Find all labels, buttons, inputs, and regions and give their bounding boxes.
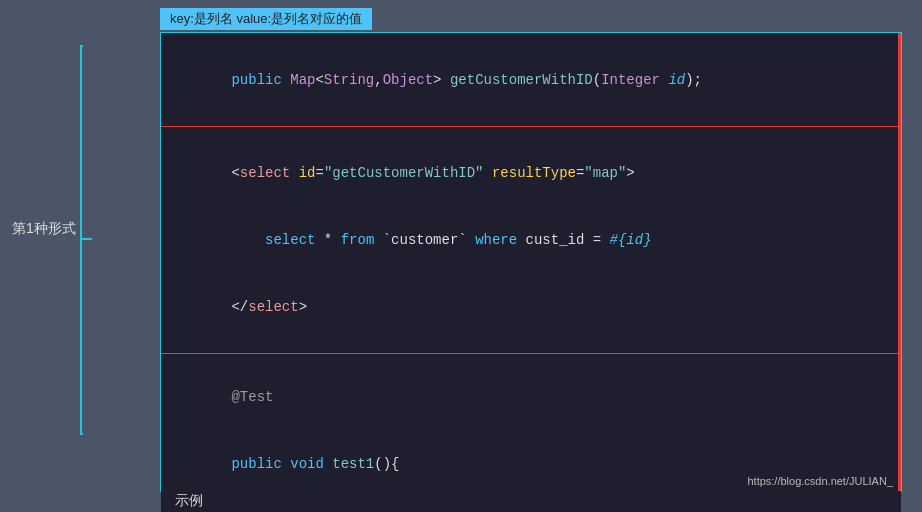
xml-backtick1: ` bbox=[374, 232, 391, 248]
right-border-accent bbox=[898, 33, 901, 491]
paren-close: ); bbox=[685, 72, 702, 88]
bottom-label: 示例 bbox=[175, 492, 203, 510]
annotation-test: @Test bbox=[231, 389, 273, 405]
section-test: @Test public void test1(){ SqlSession sq… bbox=[161, 354, 901, 512]
xml-table: customer bbox=[391, 232, 458, 248]
kw-map: Map bbox=[290, 72, 315, 88]
test-paren: (){ bbox=[374, 456, 399, 472]
xml-gt1: > bbox=[626, 165, 634, 181]
kw-public2: public bbox=[231, 456, 290, 472]
comma1: , bbox=[374, 72, 382, 88]
method-signature: public Map<String,Object> getCustomerWit… bbox=[181, 47, 881, 114]
left-label: 第1种形式 bbox=[12, 220, 76, 238]
kw-from: from bbox=[341, 232, 375, 248]
xml-space2 bbox=[484, 165, 492, 181]
angle-open: < bbox=[315, 72, 323, 88]
xml-attr-id: id bbox=[299, 165, 316, 181]
kw-where: where bbox=[475, 232, 517, 248]
kw-public: public bbox=[231, 72, 290, 88]
xml-param: #{id} bbox=[610, 232, 652, 248]
angle-close: > bbox=[433, 72, 450, 88]
method-name: getCustomerWithID bbox=[450, 72, 593, 88]
xml-val-id: "getCustomerWithID" bbox=[324, 165, 484, 181]
xml-close-select: select bbox=[248, 299, 298, 315]
type-object: Object bbox=[383, 72, 433, 88]
xml-col: cust_id = bbox=[517, 232, 609, 248]
xml-line1: <select id="getCustomerWithID" resultTyp… bbox=[181, 139, 881, 206]
param-id: id bbox=[668, 72, 685, 88]
annotation-bar: key:是列名 value:是列名对应的值 bbox=[160, 8, 372, 30]
xml-lt1: < bbox=[231, 165, 239, 181]
xml-backtick2: ` bbox=[458, 232, 475, 248]
xml-select: select bbox=[240, 165, 290, 181]
type-integer: Integer bbox=[601, 72, 660, 88]
xml-space1 bbox=[290, 165, 298, 181]
bracket-arrow bbox=[80, 238, 92, 240]
xml-line2: select * from `customer` where cust_id =… bbox=[181, 206, 881, 273]
paren-open: ( bbox=[593, 72, 601, 88]
test-method-sig: public void test1(){ bbox=[181, 431, 881, 498]
xml-close-gt: > bbox=[299, 299, 307, 315]
kw-select: select bbox=[265, 232, 315, 248]
test-line1: SqlSession sqlSession = MybatisUtils.ope… bbox=[181, 498, 881, 512]
xml-val-rt: "map" bbox=[584, 165, 626, 181]
xml-line3: </select> bbox=[181, 274, 881, 341]
left-bracket bbox=[80, 45, 83, 435]
kw-void: void bbox=[290, 456, 332, 472]
xml-close-lt: </ bbox=[231, 299, 248, 315]
xml-eq1: = bbox=[315, 165, 323, 181]
xml-indent bbox=[231, 232, 265, 248]
method-test1: test1 bbox=[332, 456, 374, 472]
type-string: String bbox=[324, 72, 374, 88]
test-annotation: @Test bbox=[181, 364, 881, 431]
section-xml: <select id="getCustomerWithID" resultTyp… bbox=[161, 127, 901, 354]
main-content: public Map<String,Object> getCustomerWit… bbox=[160, 32, 902, 492]
xml-attr-rt: resultType bbox=[492, 165, 576, 181]
bottom-right-label: https://blog.csdn.net/JULIAN_ bbox=[747, 475, 893, 487]
xml-star: * bbox=[315, 232, 340, 248]
section-method: public Map<String,Object> getCustomerWit… bbox=[161, 33, 901, 127]
